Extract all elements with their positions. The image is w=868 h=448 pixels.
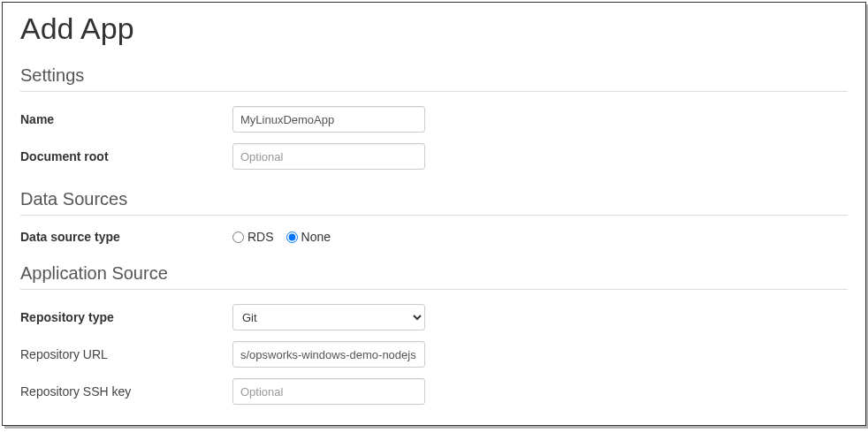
- settings-heading: Settings: [20, 65, 848, 92]
- none-radio-label[interactable]: None: [286, 230, 331, 244]
- none-radio-text: None: [301, 230, 331, 244]
- repo-url-label: Repository URL: [20, 347, 232, 361]
- data-sources-heading: Data Sources: [20, 189, 848, 216]
- data-source-type-row: Data source type RDS None: [20, 230, 848, 244]
- repo-type-row: Repository type Git: [20, 304, 848, 330]
- name-label: Name: [20, 112, 232, 126]
- page-title: Add App: [20, 11, 848, 46]
- application-source-heading: Application Source: [20, 263, 848, 290]
- repo-ssh-input[interactable]: [232, 378, 425, 405]
- data-source-type-radios: RDS None: [232, 230, 338, 244]
- docroot-label: Document root: [20, 149, 232, 163]
- add-app-form: Add App Settings Name Document root Data…: [2, 2, 866, 426]
- docroot-row: Document root: [20, 143, 848, 170]
- repo-type-select[interactable]: Git: [232, 304, 425, 330]
- name-row: Name: [20, 106, 848, 133]
- none-radio[interactable]: [286, 232, 298, 243]
- repo-type-label: Repository type: [20, 310, 232, 324]
- repo-url-input[interactable]: [232, 341, 425, 368]
- rds-radio-label[interactable]: RDS: [232, 230, 274, 244]
- name-input[interactable]: [232, 106, 425, 133]
- data-source-type-label: Data source type: [20, 230, 232, 244]
- rds-radio[interactable]: [232, 232, 244, 243]
- repo-url-row: Repository URL: [20, 341, 848, 368]
- docroot-input[interactable]: [232, 143, 425, 170]
- repo-ssh-row: Repository SSH key: [20, 378, 848, 405]
- repo-ssh-label: Repository SSH key: [20, 384, 232, 399]
- rds-radio-text: RDS: [247, 230, 274, 244]
